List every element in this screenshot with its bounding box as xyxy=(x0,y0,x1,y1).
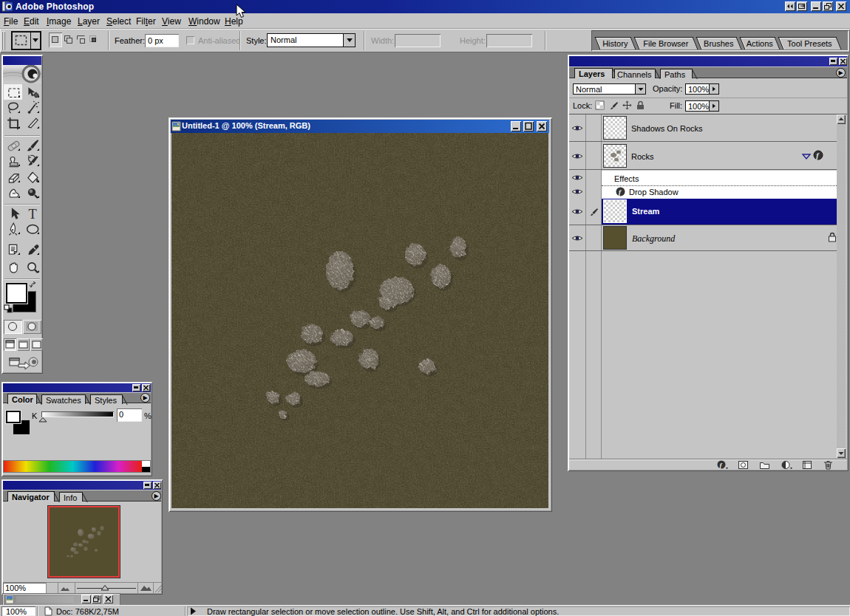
svg-text:T: T xyxy=(28,207,36,222)
